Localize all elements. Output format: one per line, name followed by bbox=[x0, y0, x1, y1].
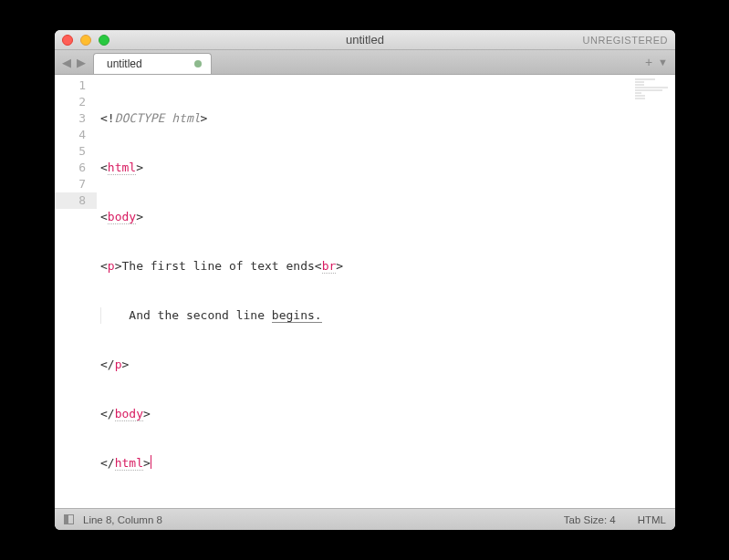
line-number[interactable]: 1 bbox=[55, 78, 97, 94]
line-number[interactable]: 3 bbox=[55, 110, 97, 127]
code-line: <!DOCTYPE html> bbox=[97, 110, 675, 127]
indent-guide-icon bbox=[100, 307, 101, 324]
titlebar[interactable]: untitled UNREGISTERED bbox=[55, 30, 675, 50]
tab-untitled[interactable]: untitled bbox=[93, 53, 212, 74]
code-area[interactable]: <!DOCTYPE html> <html> <body> <p>The fir… bbox=[97, 75, 675, 508]
dirty-indicator-icon bbox=[194, 60, 202, 67]
tab-menu-icon[interactable]: ▼ bbox=[658, 57, 668, 67]
code-line: <p>The first line of text ends<br> bbox=[97, 258, 675, 275]
status-bar: Line 8, Column 8 Tab Size: 4 HTML bbox=[55, 508, 675, 530]
line-number[interactable]: 6 bbox=[55, 160, 97, 176]
editor-area[interactable]: 1 2 3 4 5 6 7 8 <!DOCTYPE html> <html> <… bbox=[55, 75, 675, 508]
panel-toggle-icon[interactable] bbox=[64, 514, 74, 524]
code-line: <html> bbox=[97, 160, 675, 176]
line-gutter[interactable]: 1 2 3 4 5 6 7 8 bbox=[55, 75, 97, 508]
line-number[interactable]: 5 bbox=[55, 143, 97, 160]
code-line: </html> bbox=[97, 455, 675, 472]
close-icon[interactable] bbox=[62, 35, 73, 46]
line-number[interactable]: 4 bbox=[55, 127, 97, 143]
code-line: <body> bbox=[97, 209, 675, 225]
syntax-mode[interactable]: HTML bbox=[638, 514, 666, 525]
minimize-icon[interactable] bbox=[80, 35, 91, 46]
registration-status: UNREGISTERED bbox=[583, 35, 668, 46]
tab-history-nav: ◀ ▶ bbox=[55, 50, 93, 74]
editor-window: untitled UNREGISTERED ◀ ▶ untitled + ▼ 1… bbox=[55, 30, 675, 530]
code-line: And the second line begins. bbox=[97, 307, 675, 324]
tab-bar: ◀ ▶ untitled + ▼ bbox=[55, 50, 675, 75]
minimap[interactable] bbox=[635, 78, 672, 97]
line-number[interactable]: 2 bbox=[55, 94, 97, 110]
cursor-position[interactable]: Line 8, Column 8 bbox=[83, 514, 162, 525]
code-line: </p> bbox=[97, 357, 675, 373]
line-number[interactable]: 7 bbox=[55, 176, 97, 192]
tab-label: untitled bbox=[107, 57, 142, 70]
tab-size[interactable]: Tab Size: 4 bbox=[564, 514, 616, 525]
new-tab-icon[interactable]: + bbox=[645, 55, 652, 69]
code-line: </body> bbox=[97, 406, 675, 422]
nav-back-icon[interactable]: ◀ bbox=[60, 56, 73, 69]
zoom-icon[interactable] bbox=[99, 35, 109, 46]
line-number[interactable]: 8 bbox=[55, 192, 97, 209]
traffic-lights bbox=[55, 35, 109, 46]
nav-forward-icon[interactable]: ▶ bbox=[75, 56, 88, 69]
text-cursor-icon bbox=[151, 455, 152, 469]
